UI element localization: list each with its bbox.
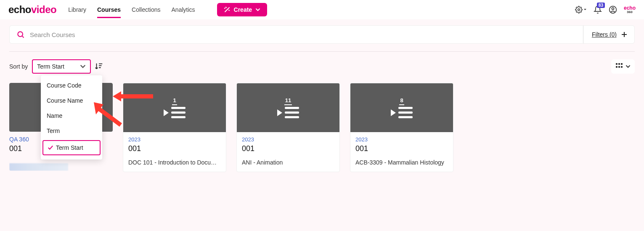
item-count: 1 xyxy=(172,97,177,105)
playlist-icon: 1 xyxy=(164,97,186,118)
create-label: Create xyxy=(234,6,252,13)
search-input[interactable] xyxy=(25,31,583,38)
course-year: 2023 xyxy=(242,136,334,143)
course-title: DOC 101 - Introduction to Document... xyxy=(123,159,226,172)
brand-badge[interactable]: echo 360 xyxy=(624,5,636,14)
check-icon xyxy=(48,145,53,151)
svg-rect-5 xyxy=(618,63,620,65)
sort-direction-button[interactable] xyxy=(94,62,103,71)
create-button[interactable]: Create xyxy=(217,3,268,16)
search-bar: Filters (0) xyxy=(9,25,635,44)
sort-option-name[interactable]: Name xyxy=(41,108,102,123)
svg-rect-8 xyxy=(618,66,620,68)
sort-option-term[interactable]: Term xyxy=(41,123,102,138)
nav-library[interactable]: Library xyxy=(68,1,86,18)
logo[interactable]: echovideo xyxy=(8,4,56,16)
svg-rect-4 xyxy=(616,63,617,65)
blurred-owner xyxy=(9,163,68,171)
filters-link[interactable]: Filters (0) xyxy=(592,31,617,38)
svg-rect-6 xyxy=(621,63,623,65)
gear-icon xyxy=(575,6,583,13)
course-thumbnail: 11 xyxy=(237,83,339,132)
sort-option-term-start[interactable]: Term Start xyxy=(42,140,101,155)
chevron-down-icon xyxy=(80,64,86,69)
content-area: Filters (0) Sort by Term Start Course Co… xyxy=(0,25,644,172)
chevron-down-icon xyxy=(255,7,260,12)
sort-label: Sort by xyxy=(9,63,28,70)
logo-part2: video xyxy=(31,4,56,15)
top-header: echovideo Library Courses Collections An… xyxy=(0,0,644,19)
nav-analytics[interactable]: Analytics xyxy=(172,1,195,18)
course-title: ACB-3309 - Mammalian Histology xyxy=(350,159,453,172)
svg-point-3 xyxy=(18,32,23,37)
course-thumbnail: 1 xyxy=(123,83,226,132)
item-count: 11 xyxy=(284,97,292,105)
svg-rect-9 xyxy=(621,66,623,68)
item-count: 8 xyxy=(399,97,404,105)
svg-rect-7 xyxy=(616,66,617,68)
notification-badge: 83 xyxy=(597,3,605,8)
nav-courses[interactable]: Courses xyxy=(97,1,121,18)
account-button[interactable] xyxy=(609,5,617,14)
course-thumbnail: 8 xyxy=(350,83,453,132)
course-card[interactable]: 8 2023 001 ACB-3309 - Mammalian Histolog… xyxy=(350,83,453,172)
sort-selected-value: Term Start xyxy=(37,63,64,70)
filters-area: Filters (0) xyxy=(583,26,628,43)
playlist-icon: 11 xyxy=(277,97,299,118)
main-nav: Library Courses Collections Analytics Cr… xyxy=(68,1,267,18)
course-section: 001 xyxy=(128,144,221,153)
course-section: 001 xyxy=(355,144,448,153)
course-year: 2023 xyxy=(128,136,221,143)
notifications-button[interactable]: 83 xyxy=(594,5,602,14)
user-icon xyxy=(609,5,617,14)
search-icon xyxy=(16,30,25,39)
sort-select[interactable]: Term Start xyxy=(32,59,91,74)
sort-option-course-code[interactable]: Course Code xyxy=(41,78,102,93)
course-title: ANI - Animation xyxy=(237,159,339,172)
sort-option-course-name[interactable]: Course Name xyxy=(41,93,102,108)
header-right: 83 echo 360 xyxy=(575,5,636,14)
sort-row: Sort by Term Start Course Code Course Na… xyxy=(9,59,635,74)
chevron-down-icon xyxy=(625,64,631,69)
view-toggle[interactable] xyxy=(611,59,635,74)
course-grid: QA 360 001 1 2023 001 DOC 101 - Introduc… xyxy=(9,83,635,172)
sort-desc-icon xyxy=(94,62,103,71)
plus-icon[interactable] xyxy=(621,31,628,38)
nav-collections[interactable]: Collections xyxy=(132,1,160,18)
course-year: 2023 xyxy=(355,136,448,143)
svg-point-2 xyxy=(612,8,614,10)
svg-point-0 xyxy=(578,8,580,11)
course-section: 001 xyxy=(242,144,334,153)
wand-icon xyxy=(224,6,231,13)
caret-down-icon xyxy=(583,8,587,11)
divider xyxy=(9,51,635,52)
settings-menu[interactable] xyxy=(575,6,587,13)
grid-icon xyxy=(615,63,623,70)
brand-badge-sub: 360 xyxy=(624,11,636,14)
course-card[interactable]: 1 2023 001 DOC 101 - Introduction to Doc… xyxy=(123,83,226,172)
sort-dropdown: Course Code Course Name Name Term Term S… xyxy=(41,75,102,159)
logo-part1: echo xyxy=(8,4,31,15)
playlist-icon: 8 xyxy=(391,97,413,118)
course-card[interactable]: 11 2023 001 ANI - Animation xyxy=(236,83,340,172)
